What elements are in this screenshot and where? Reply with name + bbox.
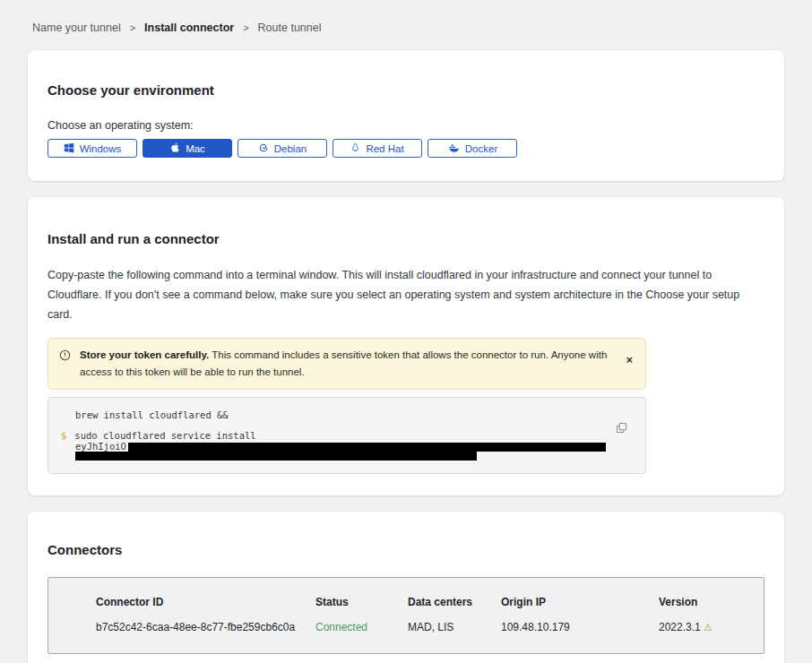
os-button-label: Windows: [80, 143, 122, 154]
os-button-label: Debian: [274, 143, 307, 154]
breadcrumb-separator: >: [130, 22, 135, 33]
token-warning-banner: Store your token carefully. This command…: [48, 338, 646, 390]
breadcrumb: Name your tunnel > Install connector > R…: [32, 0, 784, 34]
install-command-code-block: brew install cloudflared && $ sudo cloud…: [48, 397, 646, 474]
docker-icon: [447, 142, 460, 155]
version-value: 2022.3.1 ⚠: [659, 621, 755, 633]
page: Name your tunnel > Install connector > R…: [0, 0, 812, 663]
column-header-origin-ip: Origin IP: [501, 596, 659, 608]
os-button-windows[interactable]: Windows: [48, 139, 137, 158]
choose-environment-card: Choose your environment Choose an operat…: [28, 50, 784, 181]
os-button-debian[interactable]: Debian: [238, 139, 327, 158]
os-button-label: Mac: [186, 143, 205, 154]
token-line: eyJhIjoiO: [61, 442, 633, 452]
os-button-redhat[interactable]: Red Hat: [333, 139, 422, 158]
os-button-group: Windows Mac Debian Red Hat Docker: [48, 139, 764, 158]
origin-ip-value: 109.48.10.179: [501, 621, 659, 633]
column-header-connector-id: Connector ID: [96, 596, 315, 608]
install-connector-card: Install and run a connector Copy-paste t…: [28, 197, 784, 495]
code-line-install: $ sudo cloudflared service install: [61, 430, 633, 441]
card-title: Choose your environment: [48, 82, 764, 98]
os-button-mac[interactable]: Mac: [143, 139, 232, 158]
token-warning-text: Store your token carefully. This command…: [80, 347, 611, 381]
windows-icon: [64, 142, 74, 155]
breadcrumb-step-route-tunnel[interactable]: Route tunnel: [258, 22, 322, 34]
connectors-table: Connector ID Status Data centers Origin …: [48, 577, 764, 654]
os-button-label: Red Hat: [366, 143, 403, 154]
code-line-brew: brew install cloudflared &&: [61, 409, 633, 420]
data-centers-value: MAD, LIS: [408, 621, 501, 633]
column-header-status: Status: [315, 596, 408, 608]
close-icon[interactable]: ×: [626, 354, 633, 366]
connectors-card: Connectors Connector ID Status Data cent…: [28, 512, 784, 663]
apple-icon: [169, 142, 180, 155]
redacted-token-bar: [75, 452, 477, 461]
card-title: Install and run a connector: [48, 231, 764, 246]
install-description: Copy-paste the following command into a …: [48, 266, 764, 325]
breadcrumb-step-install-connector[interactable]: Install connector: [144, 22, 234, 34]
shell-prompt: $: [61, 430, 66, 441]
column-header-version: Version: [659, 596, 755, 608]
warning-triangle-icon: ⚠: [704, 622, 713, 633]
copy-icon[interactable]: [616, 422, 627, 436]
redacted-token-bar: [128, 443, 606, 452]
card-title: Connectors: [48, 542, 764, 557]
os-button-docker[interactable]: Docker: [428, 139, 517, 158]
breadcrumb-separator: >: [243, 22, 248, 33]
breadcrumb-step-name-tunnel[interactable]: Name your tunnel: [32, 22, 121, 34]
connector-id-value: b7c52c42-6caa-48ee-8c77-fbe259cb6c0a: [96, 621, 315, 633]
column-header-data-centers: Data centers: [408, 596, 501, 608]
os-button-label: Docker: [465, 143, 497, 154]
debian-icon: [258, 142, 269, 155]
os-select-label: Choose an operating system:: [48, 119, 764, 132]
status-badge: Connected: [315, 621, 408, 633]
alert-circle-icon: [59, 349, 71, 366]
redhat-icon: [350, 142, 360, 155]
token-warning-bold: Store your token carefully.: [80, 349, 209, 360]
